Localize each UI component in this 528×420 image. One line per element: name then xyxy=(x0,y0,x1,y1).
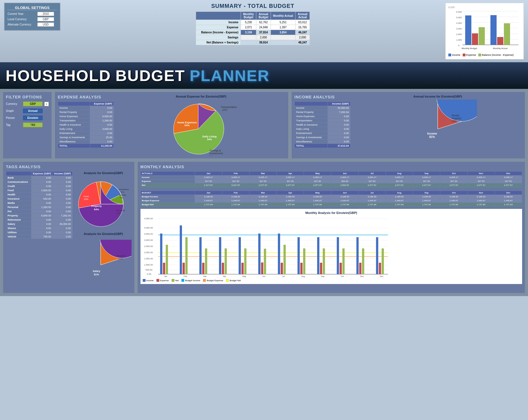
svg-rect-105 xyxy=(317,237,319,274)
svg-rect-115 xyxy=(362,248,364,274)
tags-row: Communications0.000.00 xyxy=(6,180,73,184)
svg-text:Personal: Personal xyxy=(116,209,125,212)
monthly-analysis-title: MONTHLY ANALYSIS xyxy=(140,165,522,169)
svg-text:Monthly Actual: Monthly Actual xyxy=(493,47,508,50)
legend-budget-expense: Budget Expense xyxy=(203,279,223,282)
svg-rect-14 xyxy=(465,15,471,45)
svg-text:4,000: 4,000 xyxy=(456,22,462,24)
svg-text:Aug: Aug xyxy=(301,275,305,278)
expense-savings-row: Savings & Investments25.00 xyxy=(58,135,114,140)
income-dot xyxy=(143,279,146,282)
expense-pie-chart: Home Expenses 54% Daily Living 34% Trans… xyxy=(162,100,240,156)
svg-text:May: May xyxy=(242,275,246,278)
svg-text:Daily Living: Daily Living xyxy=(202,135,217,138)
income-row: Income 5,230 62,762 5,251 63,012 xyxy=(196,20,310,25)
svg-rect-75 xyxy=(166,245,168,274)
net-dot xyxy=(172,279,174,282)
title-household: HOUSEHOLD xyxy=(6,66,111,85)
svg-text:0%: 0% xyxy=(209,155,213,156)
tags-row: Bank0.000.00 xyxy=(6,176,73,180)
svg-text:6,000: 6,000 xyxy=(456,11,462,13)
currency-filter-value[interactable]: GBP xyxy=(23,101,43,106)
svg-rect-81 xyxy=(199,237,202,274)
graph-filter-value[interactable]: Annual xyxy=(23,109,43,113)
svg-text:Property: Property xyxy=(91,205,102,207)
svg-rect-82 xyxy=(202,263,204,274)
tag-filter-value[interactable]: *All xyxy=(23,123,43,127)
svg-rect-102 xyxy=(300,263,303,274)
tags-pie-area: Analysis for Einstein(GBP) xyxy=(75,171,132,290)
legend-income-monthly: Income xyxy=(143,279,154,282)
svg-text:Jun: Jun xyxy=(262,275,265,277)
tags-row: Pet0.000.00 xyxy=(6,209,73,214)
expense-total-row: TOTAL11,155.00 xyxy=(58,144,114,148)
expense-label-monthly: Expense xyxy=(160,279,169,282)
svg-text:Investments: Investments xyxy=(209,152,223,155)
expense-legend-label: Expense xyxy=(466,54,476,56)
tags-income-pie: Salary 81% Property 19% xyxy=(75,240,132,290)
expense-entertainment-row: Entertainment0.00 xyxy=(58,131,114,135)
graph-filter-row: Graph Annual xyxy=(6,109,49,113)
tags-row: Vehicle750.000.00 xyxy=(6,235,73,239)
budget-expense-label: Budget Expense xyxy=(207,279,223,282)
budget-net-dot xyxy=(226,279,229,282)
budget-income-row: Budget Income 3,188.503,188.503,188.503,… xyxy=(140,195,522,199)
summary-bar-chart-svg: 6,000 5,000 4,000 3,000 2,000 1,000 0 xyxy=(448,10,521,52)
svg-rect-17 xyxy=(490,15,497,45)
tags-pie1-title: Analysis for Einstein(GBP) xyxy=(84,171,123,175)
svg-text:54%: 54% xyxy=(185,124,190,127)
current-year-value: 2010 xyxy=(37,12,54,16)
income-table-section: Income (GBP) Income30,350.00 Rental Prop… xyxy=(294,101,351,148)
svg-text:Feb: Feb xyxy=(184,275,187,277)
currency-filter-row: Currency GBP 1 xyxy=(6,101,49,106)
svg-text:0: 0 xyxy=(458,44,460,47)
svg-rect-77 xyxy=(180,225,182,274)
expense-legend-color xyxy=(463,54,465,56)
svg-text:Transportation: Transportation xyxy=(221,106,237,109)
monthly-chart-container: Monthly Analysis for Einstein(GBP) 4,500… xyxy=(140,209,522,284)
actuals-income-row: Income 3,305.173,955.173,005.173,005.173… xyxy=(140,176,522,179)
budget-income-label: Budget Income xyxy=(185,279,200,282)
svg-text:Oct: Oct xyxy=(341,275,344,277)
svg-text:500.00: 500.00 xyxy=(146,269,153,271)
svg-text:2,500.00: 2,500.00 xyxy=(144,245,153,248)
svg-rect-114 xyxy=(359,263,361,274)
income-pie-title: Annual Income for Einstein(GBP) xyxy=(413,95,462,98)
filter-options-title: FILTER OPTIONS xyxy=(6,95,49,99)
svg-text:Nov: Nov xyxy=(360,275,364,277)
monthly-analysis-panel: MONTHLY ANALYSIS ACTUALS JanFebMarAprMay… xyxy=(137,161,525,293)
legend-net-monthly: Net xyxy=(172,279,179,282)
local-currency-value: GBP xyxy=(37,17,54,21)
expense-home-row: Home Expenses6,000.00 xyxy=(58,114,114,119)
tags-row: Insurance540.000.00 xyxy=(6,197,73,201)
balance-legend-label: Balance (Income - Expense) xyxy=(482,54,514,56)
savings-row: Savings 2,000 2,000 xyxy=(196,35,310,40)
svg-text:5%: 5% xyxy=(121,191,124,193)
alternate-currency-row: Alternate Currency: USD xyxy=(8,22,57,27)
svg-rect-94 xyxy=(261,262,263,274)
graph-filter-label: Graph xyxy=(6,109,21,112)
tag-filter-label: Tag xyxy=(6,123,21,126)
tags-row: Media0.000.00 xyxy=(6,201,73,205)
tags-row: Shares0.000.00 xyxy=(6,226,73,230)
income-entertainment-row: Entertainment0.00 xyxy=(295,131,351,135)
person-filter-value[interactable]: Einstein xyxy=(23,116,43,120)
tags-row: Health0.000.00 xyxy=(6,193,73,197)
svg-rect-87 xyxy=(225,248,227,274)
budget-expense-dot xyxy=(203,279,206,282)
svg-rect-18 xyxy=(497,37,503,45)
svg-rect-74 xyxy=(163,263,165,274)
global-settings-title: GLOBAL SETTINGS xyxy=(8,6,57,10)
expense-pie-section: Annual Expense for Einstein(GBP) Home Ex… xyxy=(117,95,285,156)
budget-net-row: Budget Net 1,747.841,747.841,747.841,747… xyxy=(140,203,522,207)
svg-text:3,000: 3,000 xyxy=(456,27,462,30)
svg-rect-79 xyxy=(185,237,188,274)
svg-text:Jul: Jul xyxy=(282,275,285,277)
svg-rect-95 xyxy=(264,249,266,274)
middle-row: FILTER OPTIONS Currency GBP 1 Graph Annu… xyxy=(3,92,525,159)
expense-table-section: Expense (GBP) Income0.00 Rental Property… xyxy=(58,101,114,148)
svg-rect-107 xyxy=(323,248,325,274)
balance-row: Balance (Income - Expense) 3,159 37,914 … xyxy=(196,30,310,35)
svg-text:3,000.00: 3,000.00 xyxy=(144,239,153,241)
svg-text:Salary: Salary xyxy=(93,270,100,273)
